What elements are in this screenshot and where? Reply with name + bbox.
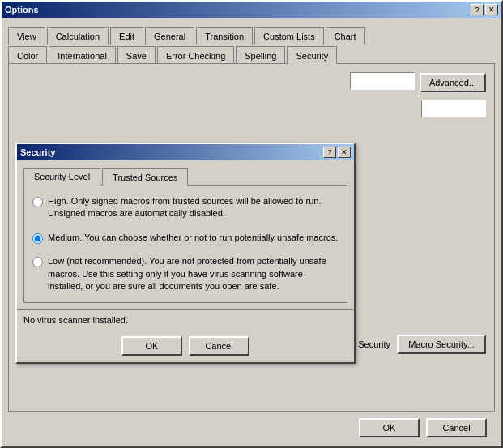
radio-high[interactable] xyxy=(32,197,43,207)
no-virus-scanner-text: No virus scanner installed. xyxy=(23,315,128,325)
dialog-ok-button[interactable]: OK xyxy=(121,336,182,356)
main-window: Options ? ✕ View Calculation Edit Genera… xyxy=(0,0,503,448)
radio-medium-item: Medium. You can choose whether or not to… xyxy=(32,232,339,244)
tab-area: View Calculation Edit General Transition… xyxy=(2,18,501,448)
close-button[interactable]: ✕ xyxy=(485,4,498,15)
dialog-tab-content: High. Only signed macros from trusted so… xyxy=(23,185,347,303)
dialog-close-button[interactable]: ✕ xyxy=(338,147,351,158)
dialog-title-buttons: ? ✕ xyxy=(323,147,351,158)
tab-international[interactable]: International xyxy=(49,46,116,64)
window-title: Options xyxy=(5,5,39,15)
tab-customlists[interactable]: Custom Lists xyxy=(254,27,324,45)
dialog-tabs: Security Level Trusted Sources xyxy=(23,167,347,185)
main-cancel-button[interactable]: Cancel xyxy=(426,418,487,437)
dialog-footer: No virus scanner installed. xyxy=(17,309,354,330)
help-button[interactable]: ? xyxy=(471,4,484,15)
tab-row-2: Color International Save Error Checking … xyxy=(8,45,495,63)
radio-high-label: High. Only signed macros from trusted so… xyxy=(48,195,339,220)
tab-security[interactable]: Security xyxy=(287,46,337,64)
tab-calculation[interactable]: Calculation xyxy=(47,27,109,45)
tab-spelling[interactable]: Spelling xyxy=(236,46,285,64)
macro-security-button[interactable]: Macro Security... xyxy=(397,335,486,354)
tab-save[interactable]: Save xyxy=(117,46,156,64)
advanced-input-2 xyxy=(421,100,486,117)
tab-errorchecking[interactable]: Error Checking xyxy=(157,46,234,64)
dialog-bottom-buttons: OK Cancel xyxy=(17,330,354,362)
main-bottom-buttons: OK Cancel xyxy=(8,412,495,444)
tab-content: Advanced... Macro Security Macro Securit… xyxy=(8,63,495,412)
dialog-help-button[interactable]: ? xyxy=(323,147,336,158)
radio-low-item: Low (not recommended). You are not prote… xyxy=(32,255,339,292)
dialog-cancel-button[interactable]: Cancel xyxy=(189,336,249,356)
radio-medium-label: Medium. You can choose whether or not to… xyxy=(48,232,338,244)
tab-row-1: View Calculation Edit General Transition… xyxy=(8,26,495,44)
advanced-button[interactable]: Advanced... xyxy=(420,73,486,92)
radio-high-item: High. Only signed macros from trusted so… xyxy=(32,195,339,220)
tab-chart[interactable]: Chart xyxy=(326,27,365,45)
dialog-title-text: Security xyxy=(20,147,55,157)
radio-low-label: Low (not recommended). You are not prote… xyxy=(48,255,339,292)
dialog-content: Security Level Trusted Sources xyxy=(17,160,354,309)
radio-medium[interactable] xyxy=(32,233,43,244)
title-bar-buttons: ? ✕ xyxy=(471,4,498,15)
tab-view[interactable]: View xyxy=(8,27,45,45)
dialog-tab-trustedsources[interactable]: Trusted Sources xyxy=(102,168,188,186)
tab-general[interactable]: General xyxy=(145,27,194,45)
dialog-title-bar: Security ? ✕ xyxy=(17,144,354,160)
main-ok-button[interactable]: OK xyxy=(359,418,420,437)
tab-transition[interactable]: Transition xyxy=(196,27,253,45)
security-level-options: High. Only signed macros from trusted so… xyxy=(32,195,339,292)
dialog-tab-securitylevel[interactable]: Security Level xyxy=(23,168,100,186)
tab-color[interactable]: Color xyxy=(8,46,47,64)
advanced-input-1 xyxy=(350,72,415,90)
security-dialog: Security ? ✕ Security Level xyxy=(15,143,356,364)
radio-low[interactable] xyxy=(32,257,43,267)
title-bar: Options ? ✕ xyxy=(2,2,501,18)
tab-edit[interactable]: Edit xyxy=(110,27,143,45)
